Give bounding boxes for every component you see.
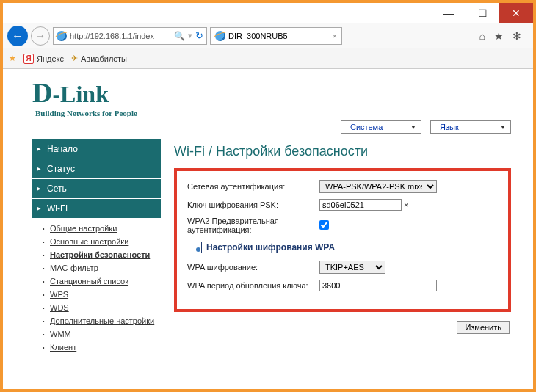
main-panel: Wi-Fi / Настройки безопасности Сетевая а… — [174, 139, 533, 357]
sub-wmm[interactable]: WMM — [50, 327, 161, 341]
forward-button[interactable]: → — [31, 26, 50, 46]
home-icon[interactable]: ⌂ — [479, 30, 485, 42]
window-titlebar: — ☐ ✕ — [3, 3, 533, 23]
wifi-submenu: Общие настройки Основные настройки Настр… — [32, 219, 161, 357]
period-input[interactable] — [319, 280, 437, 291]
apply-button[interactable]: Изменить — [457, 321, 510, 334]
page-content: D-Link Building Networks for People Сист… — [3, 69, 533, 390]
search-icon[interactable]: 🔍 — [174, 31, 185, 41]
enc-select[interactable]: TKIP+AES — [319, 261, 385, 274]
net-auth-label: Сетевая аутентификация: — [187, 182, 319, 191]
page-icon — [215, 31, 225, 41]
star-icon: ★ — [9, 54, 16, 63]
yandex-icon: Я — [23, 54, 34, 64]
sub-security[interactable]: Настройки безопасности — [50, 248, 161, 261]
address-bar: ← → 🔍 ▾ ↻ DIR_300NRUB5 × ⌂ ★ ✻ — [3, 23, 533, 48]
toolbar-icons: ⌂ ★ ✻ — [479, 30, 529, 42]
psk-input[interactable] — [319, 199, 402, 211]
wpa-section-header: Настройки шифрования WPA — [192, 242, 498, 253]
ie-icon — [57, 31, 67, 41]
tab-close-icon[interactable]: × — [333, 32, 337, 40]
document-icon — [192, 242, 202, 253]
url-field-wrap[interactable]: 🔍 ▾ ↻ — [53, 27, 207, 45]
browser-tab[interactable]: DIR_300NRUB5 × — [210, 27, 342, 45]
psk-label: Ключ шифрования PSK: — [187, 200, 319, 209]
sidebar-item-wifi[interactable]: Wi-Fi — [32, 199, 161, 219]
settings-form: Сетевая аутентификация: WPA-PSK/WPA2-PSK… — [174, 168, 511, 312]
fav-aviabilety[interactable]: ✈Авиабилеты — [71, 54, 127, 63]
close-button[interactable]: ✕ — [499, 3, 533, 23]
sub-wps[interactable]: WPS — [50, 288, 161, 301]
browser-window: — ☐ ✕ ← → 🔍 ▾ ↻ DIR_300NRUB5 × ⌂ ★ ✻ ★ Я… — [0, 0, 536, 392]
preauth-label: WPA2 Предварительная аутентификация: — [187, 217, 319, 234]
add-favorite[interactable]: ★ — [9, 54, 16, 63]
favorites-bar: ★ ЯЯндекс ✈Авиабилеты — [3, 48, 533, 69]
breadcrumb: Wi-Fi / Настройки безопасности — [174, 139, 511, 168]
dlink-logo: D-Link Building Networks for People — [32, 76, 533, 117]
url-input[interactable] — [70, 32, 171, 40]
sidebar-item-nachalo[interactable]: Начало — [32, 139, 161, 159]
sidebar: Начало Статус Сеть Wi-Fi Общие настройки… — [32, 139, 161, 357]
language-menu[interactable]: Язык — [430, 120, 511, 134]
back-button[interactable]: ← — [7, 26, 28, 46]
fav-yandex[interactable]: ЯЯндекс — [23, 54, 64, 64]
net-auth-select[interactable]: WPA-PSK/WPA2-PSK mixed — [319, 180, 437, 193]
sidebar-item-status[interactable]: Статус — [32, 159, 161, 179]
plane-icon: ✈ — [71, 54, 78, 63]
sub-wds[interactable]: WDS — [50, 301, 161, 314]
refresh-icon[interactable]: ↻ — [195, 30, 203, 41]
tools-gear-icon[interactable]: ✻ — [513, 30, 521, 42]
system-menu[interactable]: Система — [341, 120, 421, 134]
sub-client[interactable]: Клиент — [50, 341, 161, 354]
maximize-button[interactable]: ☐ — [466, 3, 499, 23]
period-label: WPA период обновления ключа: — [187, 281, 319, 290]
sub-macfilter[interactable]: MAC-фильтр — [50, 261, 161, 275]
psk-clear-icon[interactable]: × — [404, 200, 408, 209]
sidebar-item-set[interactable]: Сеть — [32, 179, 161, 199]
tab-title: DIR_300NRUB5 — [228, 32, 330, 40]
favorites-icon[interactable]: ★ — [494, 30, 504, 42]
enc-label: WPA шифрование: — [187, 263, 319, 272]
sub-stationlist[interactable]: Станционный список — [50, 275, 161, 288]
sub-adv[interactable]: Дополнительные настройки — [50, 314, 161, 327]
preauth-checkbox[interactable] — [319, 220, 329, 230]
sub-general[interactable]: Общие настройки — [50, 222, 161, 235]
sub-basic[interactable]: Основные настройки — [50, 235, 161, 248]
minimize-button[interactable]: — — [432, 3, 466, 23]
